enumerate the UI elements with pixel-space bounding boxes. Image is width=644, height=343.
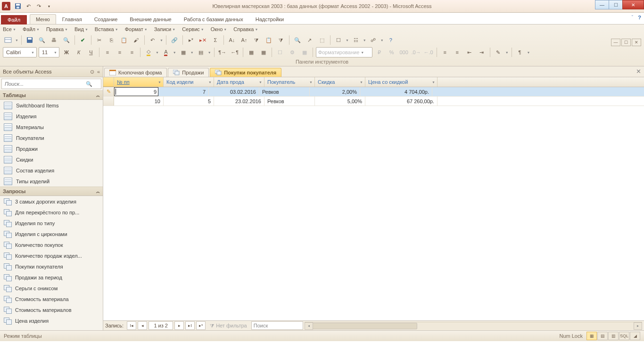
nav-item[interactable]: Switchboard Items [0, 100, 103, 111]
minimize-button[interactable]: — [595, 0, 609, 9]
redo-icon[interactable]: ↷ [35, 2, 42, 10]
ltr-icon[interactable]: ¶→ [217, 47, 228, 57]
nav-item[interactable]: Покупки покупателя [0, 261, 103, 272]
view-icon[interactable] [3, 35, 13, 45]
minimize-ribbon-icon[interactable]: ˇ [632, 15, 634, 20]
borders-icon[interactable]: ▦ [258, 47, 269, 57]
new-record-button[interactable]: ▸* [196, 321, 206, 330]
bullets-icon[interactable]: ≡ [452, 47, 462, 57]
table-cell[interactable]: 5,00% [315, 97, 365, 106]
table-row[interactable]: 10523.02.2016Ревков5,00%67 260,00р. [103, 97, 644, 106]
nav-collapse-icon[interactable]: « [97, 69, 100, 75]
numbering-icon[interactable]: ≡ [440, 47, 450, 57]
nav-item[interactable]: Покупатели [0, 132, 103, 143]
format-painter-icon[interactable]: 🖌 [131, 35, 141, 45]
align-left-icon[interactable]: ≡ [102, 47, 113, 57]
row-selector[interactable]: ✎ [103, 87, 114, 96]
nav-group-header[interactable]: Таблицы︽ [0, 90, 103, 100]
undo-icon[interactable]: ↶ [25, 2, 32, 10]
table-row[interactable]: ✎9703.02.2016Ревков2,00%4 704,00р. [103, 87, 644, 97]
select-all-cell[interactable] [103, 77, 114, 87]
nav-item[interactable]: Скидки [0, 154, 103, 165]
prev-record-button[interactable]: ◂ [138, 321, 147, 330]
save-icon[interactable] [14, 2, 22, 10]
print-icon[interactable]: 🖶 [49, 35, 59, 45]
tab-menu[interactable]: Меню [30, 14, 56, 24]
totals-icon[interactable]: Σ [210, 35, 221, 45]
tab-create[interactable]: Создание [88, 14, 124, 24]
table-cell[interactable]: 5 [164, 97, 214, 106]
inc-indent-icon[interactable]: ⇥ [477, 47, 487, 57]
select-icon[interactable]: ⬚ [317, 35, 327, 45]
menu-help[interactable]: Справка▼ [233, 26, 258, 32]
table-cell[interactable]: Ревков [259, 87, 310, 96]
menu-records[interactable]: Записи▼ [154, 26, 175, 32]
search-icon[interactable]: 🔍 [86, 81, 92, 87]
document-tab[interactable]: Кнопочная форма [104, 68, 167, 77]
tab-addins[interactable]: Надстройки [249, 14, 290, 24]
nav-item[interactable]: Состав изделия [0, 165, 103, 176]
scroll-left-icon[interactable]: ◂ [305, 322, 313, 330]
copy-icon[interactable]: ⎘ [107, 35, 117, 45]
dec-indent-icon[interactable]: ⇤ [464, 47, 475, 57]
search-folder-icon[interactable]: 🔍 [37, 35, 47, 45]
sql-view-button[interactable]: SQL [619, 332, 629, 340]
fill-color-icon[interactable]: ◇ [143, 47, 154, 57]
table-cell[interactable]: 67 260,00р. [365, 97, 438, 106]
nav-item[interactable]: Типы изделий [0, 176, 103, 187]
scroll-thumb[interactable] [313, 323, 417, 329]
gridlines-icon[interactable]: ▦ [178, 47, 189, 57]
bold-icon[interactable]: Ж [61, 47, 72, 57]
formatting-box[interactable]: Форматирование▼ [316, 47, 372, 57]
nav-item[interactable]: Стоимость материала [0, 294, 103, 304]
pivottable-view-button[interactable]: ▤ [597, 332, 608, 340]
toggle-filter-icon[interactable]: ⧩ [276, 35, 286, 45]
help-icon[interactable]: ? [386, 35, 396, 45]
menu-view[interactable]: Вид▼ [74, 26, 88, 32]
row-selector[interactable] [103, 97, 114, 106]
alt-color-icon[interactable]: ▤ [196, 47, 206, 57]
nav-item[interactable]: Количество покупок [0, 239, 103, 250]
relations-icon[interactable]: ☍ [368, 35, 379, 45]
record-position[interactable]: 1 из 2 [149, 321, 173, 330]
menu-file[interactable]: Файл▼ [23, 26, 40, 32]
undo-icon[interactable]: ↶ [148, 35, 158, 45]
table-cell[interactable]: 9 [114, 87, 158, 96]
nav-item[interactable]: Изделия с цирконами [0, 229, 103, 239]
font-size-box[interactable]: ▼ [39, 47, 59, 57]
nav-group-header[interactable]: Запросы︽ [0, 187, 103, 196]
font-size-input[interactable] [41, 49, 52, 56]
menu-format[interactable]: Формат▼ [125, 26, 148, 32]
tab-home[interactable]: Главная [56, 14, 88, 24]
help-icon[interactable]: ? [638, 15, 641, 20]
table-cell[interactable]: 23.02.2016 [214, 97, 264, 106]
column-header[interactable]: Код издели▼ [164, 77, 214, 87]
new-record-icon[interactable]: ▸* [186, 35, 196, 45]
table-cell[interactable]: 2,00% [310, 87, 360, 96]
delete-record-icon[interactable]: ▸✕ [198, 35, 208, 45]
mdi-close[interactable]: ✕ [632, 39, 641, 46]
table-cell[interactable]: 03.02.2016 [209, 87, 259, 96]
datasheet-view-button[interactable]: ▦ [586, 332, 597, 340]
menu-edit[interactable]: Правка▼ [46, 26, 68, 32]
scroll-right-icon[interactable]: ▸ [634, 322, 642, 330]
column-header[interactable]: Дата прода▼ [214, 77, 264, 87]
align-right-icon[interactable]: ≡ [127, 47, 137, 57]
table-cell[interactable]: 7 [158, 87, 209, 96]
pivotchart-view-button[interactable]: ▥ [608, 332, 619, 340]
italic-icon[interactable]: К [74, 47, 84, 57]
close-button[interactable]: ✕ [622, 0, 644, 9]
filter-selection-icon[interactable]: ⧩ [251, 35, 262, 45]
nav-item[interactable]: 3 самых дорогих изделия [0, 196, 103, 207]
paste-icon[interactable]: 📋 [119, 35, 129, 45]
document-tab[interactable]: Покупки покупателя [210, 68, 281, 77]
menu-all[interactable]: Все▼ [3, 26, 16, 32]
nav-item[interactable]: Материалы [0, 122, 103, 132]
maximize-button[interactable]: ☐ [609, 0, 623, 9]
menu-window[interactable]: Окно▼ [211, 26, 227, 32]
qat-dropdown-icon[interactable]: ▼ [45, 2, 53, 10]
record-search-box[interactable]: Поиск [251, 321, 303, 330]
font-name-box[interactable]: ▼ [3, 47, 37, 57]
underline-icon[interactable]: Ч [86, 47, 96, 57]
nav-item[interactable]: Продажи [0, 143, 103, 154]
